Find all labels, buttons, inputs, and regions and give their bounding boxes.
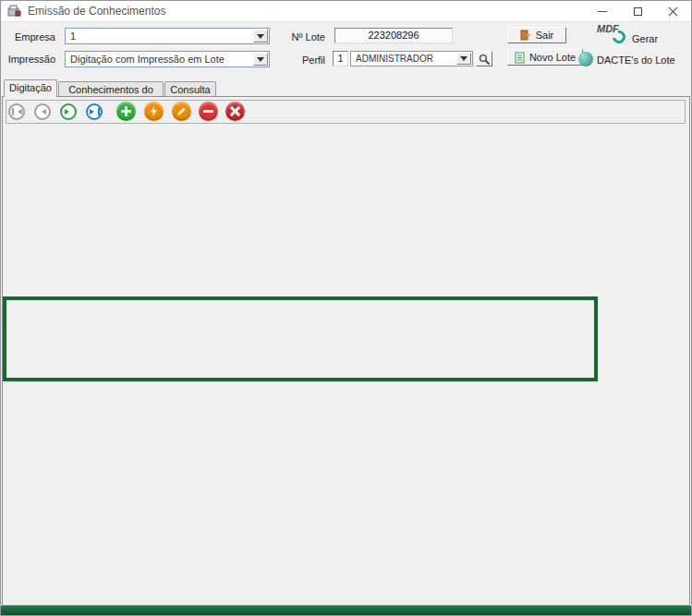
empresa-value: 1	[70, 30, 251, 42]
gerar-label[interactable]: Gerar	[632, 33, 658, 45]
impressao-value: Digitação com Impressão em Lote	[70, 54, 251, 65]
perfil-search-button[interactable]	[476, 51, 492, 66]
impressao-combo[interactable]: Digitação com Impressão em Lote	[65, 51, 270, 67]
x-icon	[230, 106, 240, 116]
sair-label: Sair	[536, 30, 554, 41]
insert-record-button[interactable]	[116, 102, 136, 121]
empresa-combo[interactable]: 1	[65, 28, 270, 44]
lote-field[interactable]: 223208296	[334, 28, 453, 43]
close-icon[interactable]	[655, 0, 690, 22]
mdfe-logo-icon[interactable]: MDF	[596, 22, 629, 47]
novo-lote-button[interactable]: Novo Lote	[507, 49, 583, 66]
window-title: Emissão de Conhecimentos	[28, 5, 165, 18]
record-prior-button[interactable]	[34, 103, 51, 120]
perfil-code-field[interactable]: 1	[333, 51, 348, 66]
record-next-button[interactable]	[60, 103, 77, 120]
post-record-button[interactable]	[144, 102, 164, 121]
plus-icon	[121, 106, 131, 116]
sair-button[interactable]: Sair	[507, 27, 566, 43]
minimize-icon[interactable]	[585, 0, 620, 22]
status-bar	[0, 606, 692, 616]
dacte-globe-icon	[578, 52, 593, 66]
tab-digitacao[interactable]: Digitação	[4, 79, 57, 97]
cancel-record-button[interactable]	[225, 102, 245, 121]
perfil-label: Perfil	[286, 54, 329, 66]
maximize-icon[interactable]	[620, 0, 655, 22]
delete-record-button[interactable]	[199, 102, 218, 121]
tab-consulta[interactable]: Consulta	[164, 81, 216, 97]
edit-record-button[interactable]	[172, 102, 191, 121]
empresa-label: Empresa	[6, 31, 59, 43]
dacte-label[interactable]: DACTE's do Lote	[597, 54, 675, 66]
impressao-label: Impressão	[6, 54, 59, 66]
perfil-combo[interactable]: ADMINISTRADOR	[350, 51, 473, 66]
record-last-button[interactable]	[86, 103, 103, 120]
chevron-down-icon[interactable]	[456, 53, 471, 65]
app-icon	[7, 4, 22, 18]
pencil-icon	[176, 106, 187, 116]
exit-door-icon	[520, 30, 531, 41]
tab-conhecimentos-do-lote[interactable]: Conhecimentos do Lote	[58, 81, 164, 97]
chevron-down-icon[interactable]	[253, 53, 268, 66]
lote-label: Nº Lote	[275, 31, 329, 43]
toolbar	[6, 100, 686, 124]
minus-icon	[203, 110, 213, 113]
record-first-button[interactable]	[8, 103, 25, 120]
new-page-icon	[515, 52, 525, 64]
lightning-icon	[149, 105, 159, 117]
perfil-value: ADMINISTRADOR	[356, 54, 455, 64]
search-icon	[479, 54, 490, 65]
chevron-down-icon[interactable]	[253, 30, 268, 42]
novo-lote-label: Novo Lote	[529, 52, 576, 63]
tab-page-panel	[2, 96, 690, 606]
window-titlebar: Emissão de Conhecimentos	[0, 0, 692, 22]
